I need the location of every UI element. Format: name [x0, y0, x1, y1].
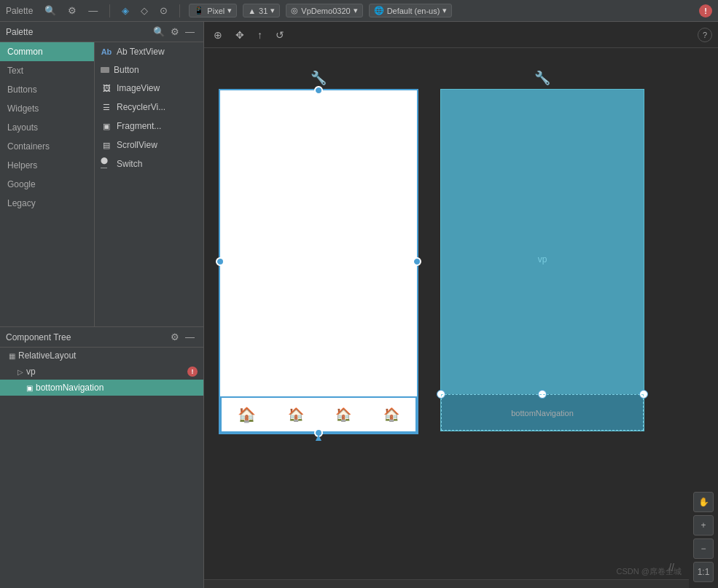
phone2-blueprint-frame: vp bottomNavigation	[440, 89, 644, 431]
separator-2	[179, 4, 180, 17]
sidebar-item-layouts[interactable]: Layouts	[0, 118, 94, 137]
api-dropdown[interactable]: ▲ 31 ▾	[243, 4, 280, 17]
pixel-value: Pixel	[207, 7, 225, 15]
switch-label: Switch	[117, 159, 142, 169]
phone1-outer-frame: 🏠 🏠 🏠 🏠	[219, 89, 418, 434]
palette-title-label: Palette	[6, 6, 33, 16]
sidebar-item-legacy[interactable]: Legacy	[0, 194, 94, 213]
vp-error-badge: !	[187, 366, 198, 377]
palette-header: Palette 🔍 ⚙ —	[0, 22, 203, 42]
blueprint-view-button[interactable]: ◇	[138, 4, 151, 17]
widget-item-fragment[interactable]: ▣ Fragment...	[95, 117, 203, 136]
bottomnavigation-blueprint-label: bottomNavigation	[511, 409, 574, 418]
api-icon: ▲	[248, 7, 256, 15]
project-dropdown[interactable]: ◎ VpDemo0320 ▾	[286, 4, 362, 17]
blueprint-handle-right[interactable]	[639, 390, 648, 399]
zoom-out-button[interactable]: −	[693, 538, 714, 559]
imageview-icon: 🖼	[101, 82, 112, 94]
design-tool-button[interactable]: ⊕	[210, 27, 226, 43]
top-toolbar: Palette 🔍 ⚙ — ◈ ◇ ⊙ 📱 Pixel ▾ ▲ 31 ▾ ◎ V…	[0, 0, 718, 22]
vp-icon: ▷	[17, 368, 23, 376]
tree-item-vp[interactable]: ▷ vp !	[0, 364, 203, 380]
palette-settings-button[interactable]: ⚙	[168, 25, 182, 39]
settings-button[interactable]: ⚙	[65, 4, 79, 17]
fragment-label: Fragment...	[117, 121, 161, 131]
widget-item-imageview[interactable]: 🖼 ImageView	[95, 79, 203, 98]
imageview-label: ImageView	[117, 83, 160, 93]
phone-design-mockup: 🔧 🏠 🏠 🏠 🏠	[219, 70, 418, 434]
phone1-bottom-nav[interactable]: 🏠 🏠 🏠 🏠	[220, 396, 417, 433]
ratio-button[interactable]: 1:1	[693, 562, 714, 582]
canvas-content[interactable]: 🔧 🏠 🏠 🏠 🏠	[204, 48, 718, 588]
locale-chevron: ▾	[442, 6, 447, 15]
sidebar-item-containers[interactable]: Containers	[0, 137, 94, 156]
bottomnavigation-label: bottomNavigation	[36, 383, 104, 393]
component-tree-close-button[interactable]: —	[182, 330, 198, 344]
blueprint-handle-center[interactable]	[538, 390, 547, 399]
move-tool-button[interactable]: ✥	[232, 27, 248, 43]
up-arrow-button[interactable]: ↑	[254, 27, 266, 43]
help-button[interactable]: ?	[698, 28, 712, 42]
component-tree: Component Tree ⚙ — ▦ RelativeLayout ▷ vp…	[0, 326, 203, 396]
phone1-frame-wrapper: 🏠 🏠 🏠 🏠 ▲	[219, 89, 418, 434]
recyclerview-icon: ☰	[101, 101, 112, 113]
hand-tool-button[interactable]: ✋	[693, 492, 714, 512]
pixel-dropdown[interactable]: 📱 Pixel ▾	[189, 4, 237, 17]
button-label: Button	[114, 65, 139, 75]
pixel-chevron: ▾	[227, 6, 232, 15]
vp-label: vp	[26, 366, 36, 377]
widget-item-textview[interactable]: Ab Ab TextView	[95, 42, 203, 61]
component-tree-title: Component Tree	[6, 332, 168, 342]
nav-icon-0: 🏠	[238, 406, 256, 423]
both-view-button[interactable]: ⊙	[157, 4, 171, 17]
widget-list: Ab Ab TextView Button 🖼 ImageView ☰ Recy…	[95, 42, 203, 326]
sidebar-item-helpers[interactable]: Helpers	[0, 156, 94, 175]
sidebar-item-widgets[interactable]: Widgets	[0, 99, 94, 118]
phone1-pin-icon: 🔧	[311, 70, 327, 86]
widget-item-button[interactable]: Button	[95, 61, 203, 79]
textview-icon: Ab	[101, 46, 112, 58]
refresh-button[interactable]: ↺	[272, 27, 288, 43]
api-value: 31	[259, 7, 268, 15]
handle-left-middle[interactable]	[216, 257, 225, 266]
palette-search-button[interactable]: 🔍	[150, 25, 168, 39]
widget-item-scrollview[interactable]: ▤ ScrollView	[95, 136, 203, 154]
blueprint-handle-left[interactable]	[437, 390, 445, 399]
tree-item-relativelayout[interactable]: ▦ RelativeLayout	[0, 348, 203, 364]
sidebar-item-google[interactable]: Google	[0, 175, 94, 194]
sidebar-item-text[interactable]: Text	[0, 61, 94, 80]
locale-icon: 🌐	[374, 6, 384, 15]
nav-icon-3: 🏠	[383, 407, 399, 423]
zoom-in-button[interactable]: +	[693, 515, 714, 536]
search-button[interactable]: 🔍	[42, 4, 59, 17]
horizontal-scrollbar[interactable]	[204, 579, 689, 588]
palette-section-title: Palette	[6, 27, 150, 37]
recyclerview-label: RecyclerVi...	[117, 102, 165, 112]
left-panel: Palette 🔍 ⚙ — Common Text Buttons Widget…	[0, 22, 204, 588]
scrollview-icon: ▤	[101, 139, 112, 151]
handle-top-center[interactable]	[314, 86, 323, 95]
fragment-icon: ▣	[101, 120, 112, 132]
sidebar-item-common[interactable]: Common	[0, 42, 94, 61]
minimize-button[interactable]: —	[85, 4, 101, 17]
widget-item-recyclerview[interactable]: ☰ RecyclerVi...	[95, 98, 203, 117]
design-view-button[interactable]: ◈	[119, 4, 132, 17]
project-chevron: ▾	[354, 6, 358, 15]
tree-item-bottomnavigation[interactable]: ▣ bottomNavigation	[0, 380, 203, 396]
phone-blueprint-mockup: 🔧 vp bottomNavigation	[440, 70, 644, 431]
palette-close-button[interactable]: —	[182, 25, 198, 39]
scrollview-label: ScrollView	[117, 140, 157, 150]
locale-dropdown[interactable]: 🌐 Default (en-us) ▾	[369, 4, 453, 17]
phone2-frame-wrapper: vp bottomNavigation	[440, 89, 644, 431]
component-tree-settings-button[interactable]: ⚙	[168, 330, 182, 344]
widget-item-switch[interactable]: ⬤— Switch	[95, 154, 203, 173]
component-tree-header: Component Tree ⚙ —	[0, 327, 203, 348]
bottomnavigation-icon: ▣	[26, 384, 33, 392]
locale-value: Default (en-us)	[387, 7, 440, 15]
handle-right-middle[interactable]	[413, 257, 421, 266]
vp-blueprint-label: vp	[538, 254, 547, 264]
relativelayout-icon: ▦	[9, 352, 15, 360]
project-value: VpDemo0320	[301, 7, 350, 15]
sidebar-item-buttons[interactable]: Buttons	[0, 80, 94, 99]
global-error-badge[interactable]: !	[699, 4, 712, 17]
